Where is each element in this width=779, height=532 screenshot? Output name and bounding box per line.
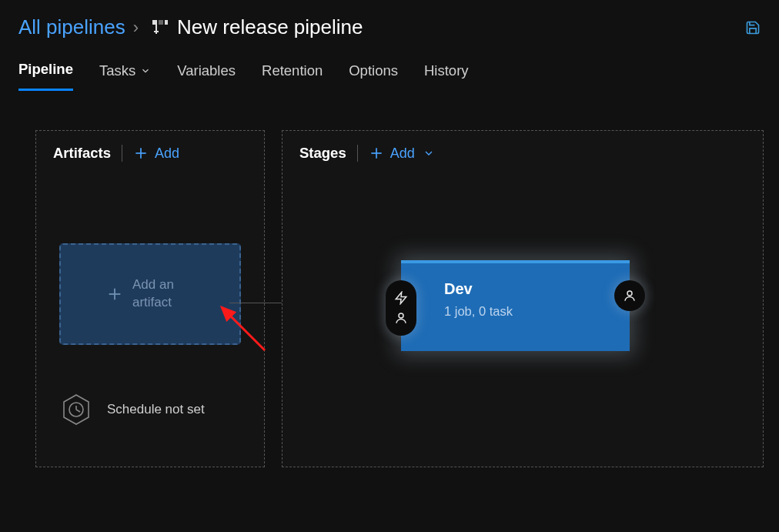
tab-tasks[interactable]: Tasks	[99, 61, 151, 91]
add-artifact-button[interactable]: Add	[133, 146, 179, 162]
add-artifact-card-label: Add an artifact	[132, 276, 194, 312]
tab-tasks-label: Tasks	[99, 62, 135, 79]
header-left: All pipelines › New release pipeline	[18, 15, 363, 39]
plus-icon	[133, 146, 149, 161]
chevron-down-icon	[140, 65, 151, 76]
tab-variables[interactable]: Variables	[177, 61, 236, 91]
page-title[interactable]: New release pipeline	[177, 15, 363, 39]
artifacts-header: Artifacts Add	[36, 131, 264, 176]
stage-predeploy-conditions[interactable]	[386, 280, 416, 336]
add-artifact-card[interactable]: Add an artifact	[59, 243, 241, 345]
stage-subtitle: 1 job, 0 task	[444, 304, 614, 319]
header-actions	[745, 20, 761, 35]
save-icon[interactable]	[745, 20, 761, 35]
tab-pipeline[interactable]: Pipeline	[18, 61, 73, 91]
artifacts-title: Artifacts	[53, 145, 111, 162]
pipeline-canvas: Artifacts Add Add an artifact	[0, 92, 779, 147]
stages-header: Stages Add	[283, 131, 763, 176]
plus-icon	[369, 146, 384, 161]
person-icon	[394, 311, 408, 325]
clock-hexagon-icon	[59, 393, 93, 427]
separator	[357, 145, 358, 162]
tab-options[interactable]: Options	[349, 61, 398, 91]
stage-name: Dev	[444, 280, 614, 298]
svg-rect-1	[159, 20, 163, 25]
add-stage-label: Add	[390, 146, 415, 162]
chevron-down-icon	[423, 147, 435, 159]
stage-card-dev[interactable]: Dev 1 job, 0 task	[401, 260, 630, 351]
pipeline-icon	[151, 18, 169, 37]
svg-line-10	[76, 410, 80, 412]
svg-rect-0	[152, 20, 157, 25]
stage-postdeploy-conditions[interactable]	[614, 280, 645, 311]
svg-marker-13	[396, 293, 406, 304]
add-stage-button[interactable]: Add	[369, 146, 435, 162]
svg-rect-2	[165, 20, 168, 25]
breadcrumb-separator: ›	[133, 18, 139, 38]
tab-retention[interactable]: Retention	[262, 61, 323, 91]
lightning-icon	[394, 291, 408, 305]
artifacts-panel: Artifacts Add Add an artifact	[35, 130, 265, 467]
stages-title: Stages	[299, 145, 346, 162]
svg-point-15	[627, 291, 632, 296]
plus-icon	[106, 286, 123, 303]
schedule-row[interactable]: Schedule not set	[59, 393, 241, 427]
person-icon	[623, 289, 637, 303]
header: All pipelines › New release pipeline	[0, 0, 779, 47]
svg-point-14	[399, 313, 403, 318]
stages-panel: Stages Add Dev 1 job, 0 task	[282, 130, 764, 467]
separator	[122, 145, 122, 162]
schedule-label: Schedule not set	[107, 401, 205, 418]
tabs: Pipeline Tasks Variables Retention Optio…	[0, 47, 779, 92]
tab-history[interactable]: History	[424, 61, 469, 91]
add-artifact-label: Add	[155, 146, 179, 162]
stage-body: Dev 1 job, 0 task	[401, 263, 630, 319]
breadcrumb-root-link[interactable]: All pipelines	[18, 15, 125, 39]
